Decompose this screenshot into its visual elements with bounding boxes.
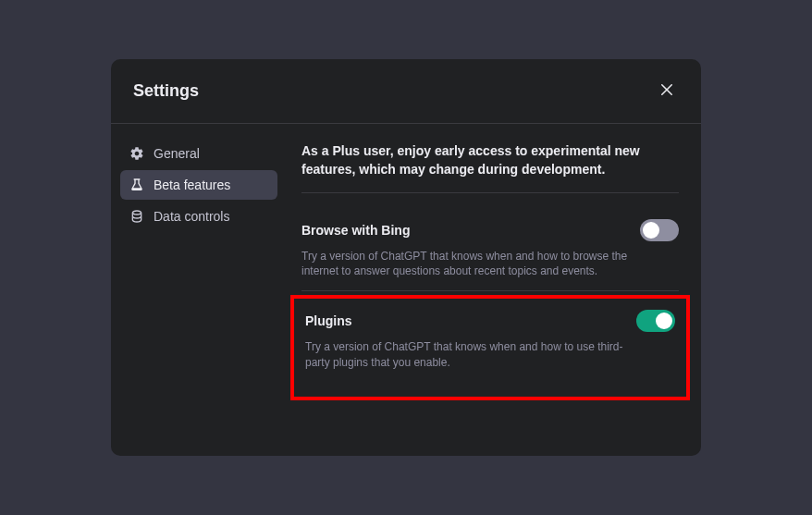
close-icon xyxy=(658,81,675,101)
modal-body: General Beta features Data controls As a… xyxy=(111,124,701,455)
feature-description: Try a version of ChatGPT that knows when… xyxy=(301,249,634,280)
settings-modal: Settings General Beta features xyxy=(111,59,701,455)
feature-title: Browse with Bing xyxy=(301,223,410,238)
feature-plugins: Plugins Try a version of ChatGPT that kn… xyxy=(305,306,675,371)
gear-icon xyxy=(129,146,144,161)
feature-title: Plugins xyxy=(305,313,352,328)
settings-sidebar: General Beta features Data controls xyxy=(111,124,287,455)
feature-header: Plugins xyxy=(305,310,675,332)
highlight-annotation: Plugins Try a version of ChatGPT that kn… xyxy=(290,295,690,400)
feature-browse-with-bing: Browse with Bing Try a version of ChatGP… xyxy=(301,208,679,291)
beaker-icon xyxy=(129,178,144,192)
feature-header: Browse with Bing xyxy=(301,219,679,241)
sidebar-item-general[interactable]: General xyxy=(120,139,277,168)
plugins-toggle[interactable] xyxy=(636,310,675,332)
sidebar-item-label: General xyxy=(154,146,200,161)
toggle-thumb xyxy=(656,313,672,329)
sidebar-item-label: Beta features xyxy=(154,178,230,192)
modal-title: Settings xyxy=(133,81,199,101)
toggle-thumb xyxy=(643,222,659,239)
sidebar-item-label: Data controls xyxy=(154,209,229,224)
intro-text: As a Plus user, enjoy early access to ex… xyxy=(301,142,679,192)
close-button[interactable] xyxy=(655,78,679,104)
sidebar-item-data-controls[interactable]: Data controls xyxy=(120,202,277,231)
modal-header: Settings xyxy=(111,59,701,124)
browse-with-bing-toggle[interactable] xyxy=(640,219,679,241)
settings-content: As a Plus user, enjoy early access to ex… xyxy=(287,124,701,455)
sidebar-item-beta-features[interactable]: Beta features xyxy=(120,170,277,200)
feature-separator xyxy=(301,290,679,291)
feature-description: Try a version of ChatGPT that knows when… xyxy=(305,339,638,371)
database-icon xyxy=(129,209,144,224)
